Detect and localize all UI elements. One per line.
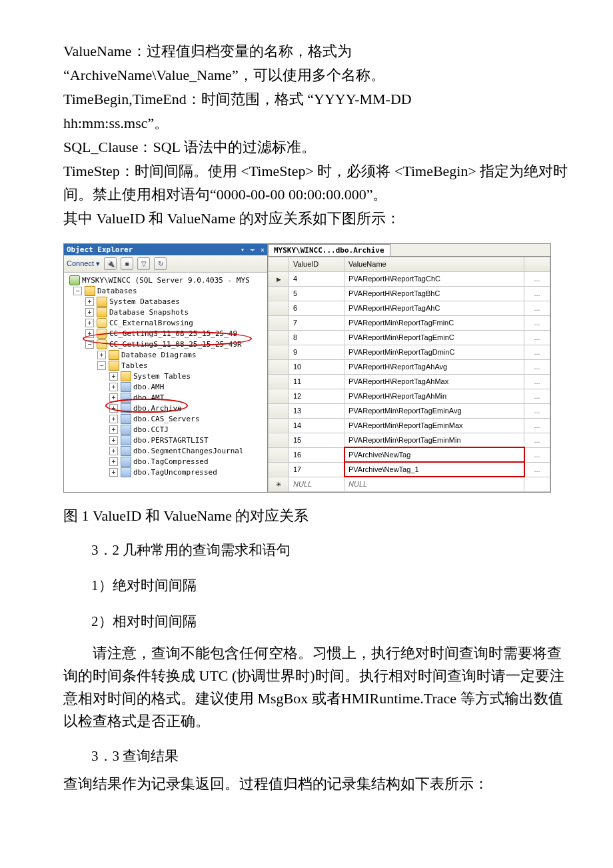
expand-icon[interactable]: + [109,468,118,477]
cell-valueid[interactable]: 6 [289,301,344,315]
tree-table-amh[interactable]: + dbo.AMH [65,382,266,393]
row-selector[interactable] [269,271,289,286]
row-selector[interactable] [269,403,289,418]
cell-valueid[interactable]: 10 [289,359,344,374]
expand-icon[interactable]: + [85,297,94,306]
tree-system-tables[interactable]: + System Tables [65,371,266,382]
tree-table-archive[interactable]: + dbo.Archive [65,403,266,414]
table-row[interactable]: 17PVArchive\NewTag_1... [269,462,550,477]
tree-tables[interactable]: − Tables [65,361,266,371]
cell-null[interactable]: NULL [289,477,344,491]
grid-col-valueid[interactable]: ValueID [289,257,344,271]
table-row[interactable]: 12PVAReportH\ReportTagAhMin... [269,389,550,403]
toolbar-btn-filter[interactable]: ▽ [137,257,150,270]
row-selector[interactable] [269,345,289,359]
table-row[interactable]: 5PVAReportH\ReportTagBhC... [269,286,550,301]
expand-icon[interactable]: + [109,393,118,402]
cell-valuename[interactable]: PVAReportH\ReportTagChC [344,271,524,286]
cell-valueid[interactable]: 9 [289,345,344,359]
expand-icon[interactable]: + [109,457,118,466]
toolbar-btn-1[interactable]: 🔌 [104,257,117,270]
expand-icon[interactable]: + [109,383,118,391]
cell-valueid[interactable]: 11 [289,374,344,389]
row-selector[interactable] [269,462,289,477]
tree-table-segment[interactable]: + dbo.SegmentChangesJournal [65,446,266,457]
tree-cc-gettings-1[interactable]: + CC_GettingS_11_08_25_15_25_49 [65,329,266,339]
close-icon[interactable]: ✕ [261,246,265,253]
cell-valueid[interactable]: 7 [289,315,344,330]
table-row[interactable]: 4PVAReportH\ReportTagChC... [269,271,550,286]
pin-icon[interactable]: ⫟ [249,246,256,253]
tab-archive[interactable]: MYSKY\WINCC...dbo.Archive [268,244,390,256]
cell-valuename[interactable]: PVArchive\NewTag_1 [344,462,524,477]
cell-valuename[interactable]: PVAReportMin\ReportTagEminMax [344,418,524,433]
toolbar-btn-2[interactable]: ■ [121,257,133,270]
row-selector[interactable] [269,359,289,374]
row-selector[interactable] [269,447,289,462]
tree-table-cas[interactable]: + dbo.CAS_Servers [65,414,266,425]
row-selector[interactable] [269,374,289,389]
collapse-icon[interactable]: − [97,361,106,370]
cell-valuename[interactable]: PVAReportMin\ReportTagEminMin [344,433,524,447]
cell-valueid[interactable]: 4 [289,271,344,286]
table-row[interactable]: 9PVAReportMin\ReportTagDminC... [269,345,550,359]
row-selector[interactable] [269,286,289,301]
expand-icon[interactable]: + [97,351,106,359]
collapse-icon[interactable]: − [85,340,94,349]
tree-cc-gettings-2[interactable]: − CC_GettingS_11_08_25_15_25_49R [65,339,266,350]
expand-icon[interactable]: + [109,415,118,423]
expand-icon[interactable]: + [109,436,118,445]
cell-valuename[interactable]: PVAReportMin\ReportTagDminC [344,345,524,359]
cell-valueid[interactable]: 8 [289,330,344,345]
tree-table-tagcompressed[interactable]: + dbo.TagCompressed [65,457,266,467]
cell-valuename[interactable]: PVArchive\NewTag [344,447,524,462]
tree-db-diagrams[interactable]: + Database Diagrams [65,350,266,361]
cell-valuename[interactable]: PVAReportH\ReportTagAhMin [344,389,524,403]
cell-valueid[interactable]: 5 [289,286,344,301]
cell-valueid[interactable]: 12 [289,389,344,403]
row-selector[interactable] [269,389,289,403]
dropdown-icon[interactable]: ▾ [241,246,245,253]
cell-valuename[interactable]: PVAReportH\ReportTagAhC [344,301,524,315]
expand-icon[interactable]: + [85,329,94,338]
tree-databases[interactable]: − Databases [65,286,266,297]
connect-button[interactable]: Connect ▾ [67,259,100,268]
cell-valuename[interactable]: PVAReportH\ReportTagAhMax [344,374,524,389]
tree-cc-external[interactable]: + CC_ExternalBrowsing [65,318,266,329]
row-selector[interactable] [269,301,289,315]
tree-table-cctj[interactable]: + dbo.CCTJ [65,425,266,435]
toolbar-btn-refresh[interactable]: ↻ [154,257,167,270]
cell-valuename[interactable]: PVAReportMin\ReportTagFminC [344,315,524,330]
table-row[interactable]: 6PVAReportH\ReportTagAhC... [269,301,550,315]
row-selector[interactable] [269,315,289,330]
expand-icon[interactable]: + [85,308,94,317]
expand-icon[interactable]: + [109,425,118,434]
tree-snapshots[interactable]: + Database Snapshots [65,307,266,318]
row-selector[interactable] [269,418,289,433]
table-row[interactable]: 8PVAReportMin\ReportTagEminC... [269,330,550,345]
tree-table-perstagrtlist[interactable]: + dbo.PERSTAGRTLIST [65,435,266,446]
cell-valuename[interactable]: PVAReportH\ReportTagBhC [344,286,524,301]
cell-valuename[interactable]: PVAReportMin\ReportTagEminAvg [344,403,524,418]
cell-valueid[interactable]: 15 [289,433,344,447]
expand-icon[interactable]: + [85,319,94,327]
cell-null[interactable]: NULL [344,477,524,491]
cell-valuename[interactable]: PVAReportMin\ReportTagEminC [344,330,524,345]
tree-table-amt[interactable]: + dbo.AMT [65,393,266,403]
table-row[interactable]: 10PVAReportH\ReportTagAhAvg... [269,359,550,374]
table-row[interactable]: 14PVAReportMin\ReportTagEminMax... [269,418,550,433]
table-row[interactable]: 16PVArchive\NewTag... [269,447,550,462]
cell-valuename[interactable]: PVAReportH\ReportTagAhAvg [344,359,524,374]
cell-valueid[interactable]: 13 [289,403,344,418]
table-row[interactable]: 13PVAReportMin\ReportTagEminAvg... [269,403,550,418]
collapse-icon[interactable]: − [73,287,82,295]
cell-valueid[interactable]: 14 [289,418,344,433]
expand-icon[interactable]: + [109,372,118,381]
table-row[interactable]: 11PVAReportH\ReportTagAhMax... [269,374,550,389]
table-row-new[interactable]: ✳NULLNULL [269,477,550,491]
cell-valueid[interactable]: 17 [289,462,344,477]
tree-system-databases[interactable]: + System Databases [65,297,266,307]
expand-icon[interactable]: + [109,447,118,455]
table-row[interactable]: 15PVAReportMin\ReportTagEminMin... [269,433,550,447]
cell-valueid[interactable]: 16 [289,447,344,462]
